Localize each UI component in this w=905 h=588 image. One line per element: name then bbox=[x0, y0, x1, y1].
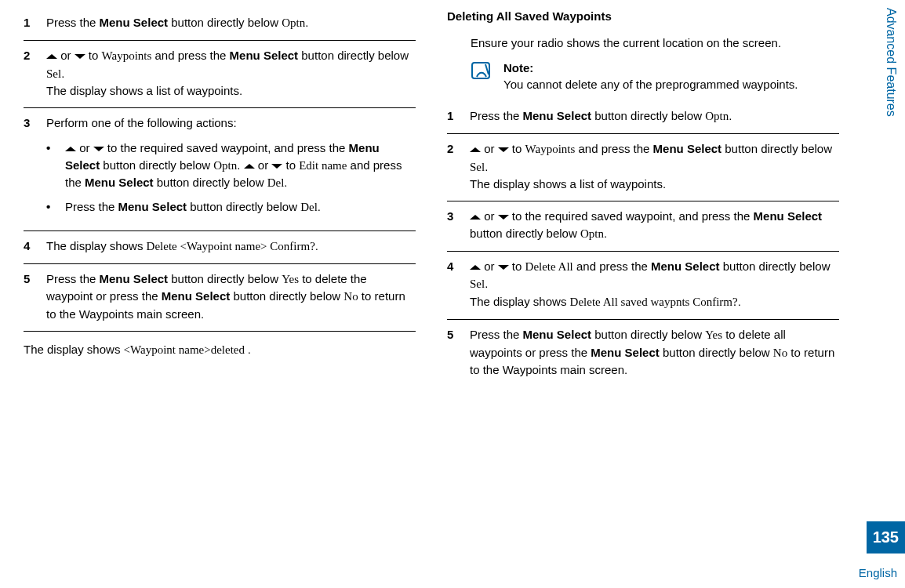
down-arrow-icon bbox=[93, 147, 104, 151]
up-arrow-icon bbox=[65, 147, 76, 151]
text: button directly below bbox=[591, 109, 705, 122]
up-arrow-icon bbox=[470, 265, 481, 270]
page-content: 1 Press the Menu Select button directly … bbox=[0, 0, 905, 394]
left-step-4: 4 The display shows Delete <Waypoint nam… bbox=[24, 231, 416, 264]
note-body: You cannot delete any of the preprogramm… bbox=[503, 76, 798, 93]
ui-text: Del bbox=[300, 201, 318, 213]
text-bold: Menu Select bbox=[230, 49, 299, 62]
ui-text: Waypoints bbox=[102, 49, 152, 62]
section-heading: Deleting All Saved Waypoints bbox=[447, 8, 839, 25]
up-arrow-icon bbox=[470, 147, 481, 152]
text: to bbox=[282, 158, 299, 172]
note-box: Note: You cannot delete any of the prepr… bbox=[447, 60, 839, 94]
down-arrow-icon bbox=[498, 215, 509, 220]
ui-text: Waypoints bbox=[525, 143, 576, 155]
right-step-2: 2 or to Waypoints and press the Menu Sel… bbox=[447, 134, 839, 201]
note-icon bbox=[471, 60, 494, 83]
text: . bbox=[318, 200, 321, 213]
left-step-2: 2 or to Waypoints and press the Menu Sel… bbox=[24, 41, 416, 108]
text: . bbox=[604, 227, 607, 240]
step-body: Press the Menu Select button directly be… bbox=[46, 270, 416, 323]
down-arrow-icon bbox=[75, 54, 85, 59]
text: to bbox=[85, 49, 102, 62]
text: Press the bbox=[46, 16, 100, 29]
text: or bbox=[57, 49, 75, 62]
step-number: 1 bbox=[447, 107, 459, 125]
text-bold: Menu Select bbox=[523, 109, 592, 122]
step-number: 2 bbox=[24, 47, 35, 100]
step-body: or to Delete All and press the Menu Sele… bbox=[470, 258, 839, 311]
text: or bbox=[481, 260, 498, 273]
text-bold: Menu Select bbox=[591, 346, 660, 359]
step-number: 3 bbox=[24, 114, 35, 223]
text: or bbox=[76, 141, 93, 154]
text: or bbox=[255, 158, 272, 172]
text: . bbox=[237, 158, 243, 172]
page-number: 135 bbox=[867, 521, 905, 554]
text: and press the bbox=[151, 49, 229, 62]
text: The display shows bbox=[46, 239, 147, 252]
step-number: 3 bbox=[447, 208, 459, 243]
text: . bbox=[729, 109, 732, 122]
step-body: or to Waypoints and press the Menu Selec… bbox=[46, 47, 416, 100]
step-number: 2 bbox=[447, 140, 459, 193]
step-number: 5 bbox=[447, 326, 459, 379]
ui-text: Sel bbox=[470, 278, 485, 290]
ui-text: Sel bbox=[46, 67, 61, 80]
text: or bbox=[481, 142, 498, 155]
text-bold: Menu Select bbox=[118, 200, 187, 213]
ui-text: Optn bbox=[282, 16, 305, 29]
text: button directly below bbox=[721, 142, 832, 155]
left-column: 1 Press the Menu Select button directly … bbox=[24, 8, 416, 387]
text: to bbox=[509, 260, 525, 273]
text: to the required saved waypoint, and pres… bbox=[104, 141, 349, 154]
text: Press the bbox=[46, 272, 100, 285]
step-number: 4 bbox=[24, 238, 35, 256]
text: button directly below bbox=[230, 289, 343, 303]
text: and press the bbox=[573, 260, 651, 273]
text-bold: Menu Select bbox=[85, 176, 154, 189]
text: . bbox=[284, 176, 287, 189]
note-content: Note: You cannot delete any of the prepr… bbox=[503, 60, 798, 94]
text: The display shows a list of waypoints. bbox=[470, 177, 666, 191]
step-body: Press the Menu Select button directly be… bbox=[470, 107, 839, 125]
step-body: or to the required saved waypoint, and p… bbox=[470, 208, 839, 243]
text: . bbox=[485, 160, 488, 173]
left-after-text: The display shows <Waypoint name>deleted… bbox=[24, 332, 416, 359]
bullet-item: • Press the Menu Select button directly … bbox=[46, 198, 416, 216]
step-body: Press the Menu Select button directly be… bbox=[470, 326, 839, 379]
text: button directly below bbox=[298, 49, 409, 62]
ui-text: No bbox=[773, 347, 787, 359]
language-label: English bbox=[851, 554, 905, 588]
right-step-5: 5 Press the Menu Select button directly … bbox=[447, 320, 839, 387]
bullet-item: • or to the required saved waypoint, and… bbox=[46, 140, 416, 192]
text: Press the bbox=[470, 328, 523, 341]
ui-text: <Waypoint name>deleted bbox=[124, 343, 248, 356]
bullet-body: Press the Menu Select button directly be… bbox=[65, 198, 321, 216]
down-arrow-icon bbox=[498, 265, 509, 270]
up-arrow-icon bbox=[46, 54, 57, 59]
step-number: 4 bbox=[447, 258, 459, 311]
text: The display shows a list of waypoints. bbox=[46, 84, 242, 97]
down-arrow-icon bbox=[498, 147, 509, 152]
left-step-1: 1 Press the Menu Select button directly … bbox=[24, 8, 416, 41]
text: or bbox=[481, 209, 498, 223]
text: Perform one of the following actions: bbox=[46, 116, 237, 129]
text-bold: Menu Select bbox=[653, 142, 722, 155]
text: . bbox=[61, 67, 64, 80]
text: Press the bbox=[65, 200, 118, 213]
text-bold: Menu Select bbox=[523, 328, 592, 341]
ui-text: Sel bbox=[470, 161, 485, 173]
text: button directly below bbox=[470, 227, 580, 240]
ui-text: Delete All saved waypnts Confirm? bbox=[570, 296, 738, 308]
intro-text: Ensure your radio shows the current loca… bbox=[447, 34, 839, 52]
down-arrow-icon bbox=[271, 164, 282, 169]
text: button directly below bbox=[100, 158, 213, 172]
ui-text: Optn bbox=[580, 227, 604, 240]
step-body: Perform one of the following actions: • … bbox=[46, 114, 416, 223]
text-bold: Menu Select bbox=[100, 16, 169, 29]
ui-text: Optn bbox=[705, 110, 729, 122]
text: Press the bbox=[470, 109, 523, 122]
right-step-3: 3 or to the required saved waypoint, and… bbox=[447, 201, 839, 252]
text: button directly below bbox=[660, 346, 773, 359]
